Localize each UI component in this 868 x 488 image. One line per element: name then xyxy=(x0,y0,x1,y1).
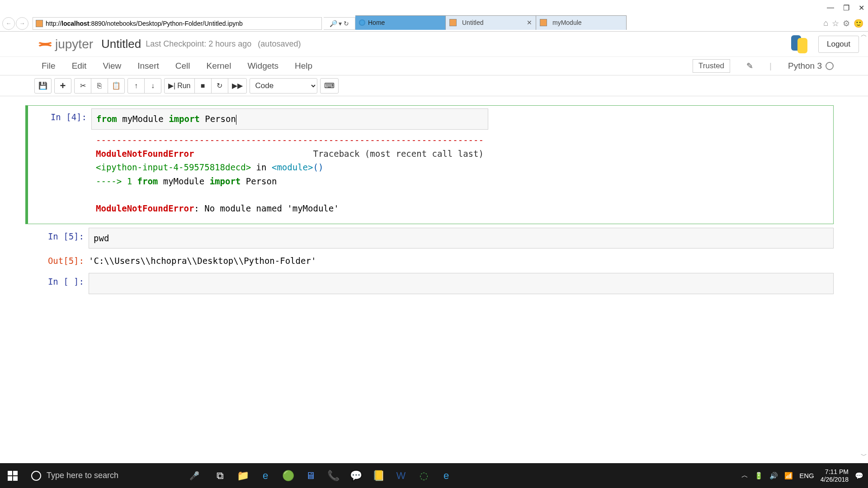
menu-view[interactable]: View xyxy=(103,61,121,71)
trusted-badge[interactable]: Trusted xyxy=(693,59,730,73)
in-prompt: In [5]: xyxy=(48,231,84,241)
menu-insert[interactable]: Insert xyxy=(137,61,159,71)
window-titlebar: — ❐ ✕ xyxy=(0,0,868,15)
chrome-icon[interactable]: 🟢 xyxy=(279,467,297,485)
forward-button[interactable]: → xyxy=(16,17,28,30)
move-up-button[interactable]: ↑ xyxy=(127,78,145,94)
menu-widgets[interactable]: Widgets xyxy=(247,61,278,71)
add-cell-button[interactable]: + xyxy=(54,78,71,94)
in-prompt: In [4]: xyxy=(51,112,87,122)
jupyter-header: jupyter Untitled Last Checkpoint: 2 hour… xyxy=(0,32,868,57)
logout-button[interactable]: Logout xyxy=(818,36,859,53)
save-button[interactable]: 💾 xyxy=(34,78,52,94)
notifications-icon[interactable]: 💬 xyxy=(855,472,863,480)
copy-button[interactable]: ⎘ xyxy=(91,78,108,94)
move-down-button[interactable]: ↓ xyxy=(144,78,161,94)
edit-icon[interactable]: ✎ xyxy=(746,61,753,71)
tab-mymodule[interactable]: myModule xyxy=(536,15,627,30)
skype-business-icon[interactable]: 📞 xyxy=(324,467,342,485)
menu-help[interactable]: Help xyxy=(295,61,312,71)
browser-tabs: Home Untitled✕ myModule xyxy=(355,15,819,32)
language-indicator[interactable]: ENG xyxy=(799,472,814,479)
jupyter-favicon-icon xyxy=(540,19,547,26)
file-explorer-icon[interactable]: 📁 xyxy=(234,467,252,485)
jupyter-logo[interactable]: jupyter xyxy=(34,35,93,53)
favorites-icon[interactable]: ☆ xyxy=(832,19,839,28)
scroll-up-icon[interactable]: ︿ xyxy=(861,31,867,39)
run-button[interactable]: ▶|Run xyxy=(164,78,195,94)
output-row: Out[5]: 'C:\\Users\\hchopra\\Desktop\\Py… xyxy=(25,252,834,269)
tab-close-icon[interactable]: ✕ xyxy=(527,19,532,26)
settings-icon[interactable]: ⚙ xyxy=(843,19,850,28)
scroll-down-icon[interactable]: ﹀ xyxy=(861,452,867,460)
close-icon[interactable]: ✕ xyxy=(859,4,864,12)
in-prompt: In [ ]: xyxy=(48,277,84,286)
kernel-indicator[interactable]: Python 3 xyxy=(788,61,834,71)
cortana-icon xyxy=(31,471,41,481)
menu-file[interactable]: File xyxy=(42,61,56,71)
code-input[interactable] xyxy=(89,273,834,294)
code-cell[interactable]: In [5]: pwd xyxy=(25,228,834,249)
notepad-icon[interactable]: 📒 xyxy=(369,467,387,485)
tab-untitled[interactable]: Untitled✕ xyxy=(446,15,536,30)
page-favicon-icon xyxy=(36,20,43,27)
code-cell[interactable]: In [ ]: xyxy=(25,273,834,294)
notebook-area: In [4]: from myModule import Person ----… xyxy=(0,96,868,294)
cut-button[interactable]: ✂ xyxy=(74,78,91,94)
jupyter-favicon-icon xyxy=(449,19,457,26)
run-icon: ▶| xyxy=(168,81,175,90)
feedback-icon[interactable]: 🙂 xyxy=(854,19,863,28)
ie-icon[interactable]: e xyxy=(437,467,455,485)
ie-favicon-icon xyxy=(359,19,365,26)
address-bar[interactable]: http://localhost:8890/notebooks/Desktop/… xyxy=(33,17,322,30)
back-button[interactable]: ← xyxy=(2,17,15,30)
interrupt-button[interactable]: ■ xyxy=(194,78,212,94)
windows-taskbar: Type here to search 🎤 ⧉ 📁 e 🟢 🖥 📞 💬 📒 W … xyxy=(0,463,868,488)
browser-chrome: ← → http://localhost:8890/notebooks/Desk… xyxy=(0,15,868,32)
edge-icon[interactable]: e xyxy=(256,467,274,485)
toolbar: 💾 + ✂ ⎘ 📋 ↑ ↓ ▶|Run ■ ↻ ▶▶ Code ⌨ xyxy=(0,75,868,96)
battery-icon[interactable]: 🔋 xyxy=(755,472,763,480)
code-input[interactable]: pwd xyxy=(89,228,834,249)
code-cell[interactable]: In [4]: from myModule import Person ----… xyxy=(25,105,834,224)
loading-icon[interactable]: ◌ xyxy=(415,467,433,485)
menu-edit[interactable]: Edit xyxy=(72,61,87,71)
checkpoint-text: Last Checkpoint: 2 hours ago xyxy=(146,39,251,49)
windows-logo-icon xyxy=(8,471,18,481)
start-button[interactable] xyxy=(0,463,25,488)
volume-icon[interactable]: 🔊 xyxy=(769,472,778,480)
error-output: ----------------------------------------… xyxy=(91,130,488,216)
menu-kernel[interactable]: Kernel xyxy=(206,61,231,71)
menu-cell[interactable]: Cell xyxy=(175,61,190,71)
search-placeholder: Type here to search xyxy=(47,471,118,480)
autosaved-text: (autosaved) xyxy=(258,39,301,49)
cell-type-select[interactable]: Code xyxy=(250,78,317,94)
command-palette-button[interactable]: ⌨ xyxy=(320,78,339,94)
clock[interactable]: 7:11 PM 4/26/2018 xyxy=(821,468,849,483)
app-icon[interactable]: 🖥 xyxy=(302,467,320,485)
search-refresh-controls[interactable]: 🔎 ▾ ↻ xyxy=(324,17,355,30)
word-icon[interactable]: W xyxy=(392,467,410,485)
restart-button[interactable]: ↻ xyxy=(211,78,228,94)
microphone-icon[interactable]: 🎤 xyxy=(189,471,199,481)
restart-run-all-button[interactable]: ▶▶ xyxy=(228,78,247,94)
out-prompt: Out[5]: xyxy=(48,256,84,266)
skype-icon[interactable]: 💬 xyxy=(347,467,365,485)
paste-button[interactable]: 📋 xyxy=(108,78,125,94)
maximize-icon[interactable]: ❐ xyxy=(843,4,849,12)
menubar: File Edit View Insert Cell Kernel Widget… xyxy=(34,57,834,75)
tray-chevron-icon[interactable]: ︿ xyxy=(741,471,748,480)
code-input[interactable]: from myModule import Person xyxy=(91,108,488,130)
minimize-icon[interactable]: — xyxy=(827,4,834,12)
system-tray: ︿ 🔋 🔊 📶 ENG 7:11 PM 4/26/2018 💬 xyxy=(741,468,868,483)
task-view-icon[interactable]: ⧉ xyxy=(211,467,229,485)
wifi-icon[interactable]: 📶 xyxy=(784,472,793,480)
notebook-title[interactable]: Untitled xyxy=(101,37,141,51)
kernel-status-icon xyxy=(826,62,834,70)
tab-home[interactable]: Home xyxy=(355,15,446,30)
taskbar-search[interactable]: Type here to search 🎤 xyxy=(25,466,206,485)
output-text: 'C:\\Users\\hchopra\\Desktop\\Python-Fol… xyxy=(89,252,834,269)
home-icon[interactable]: ⌂ xyxy=(823,19,828,28)
url-text: http://localhost:8890/notebooks/Desktop/… xyxy=(46,20,243,27)
python-logo-icon xyxy=(788,33,810,55)
